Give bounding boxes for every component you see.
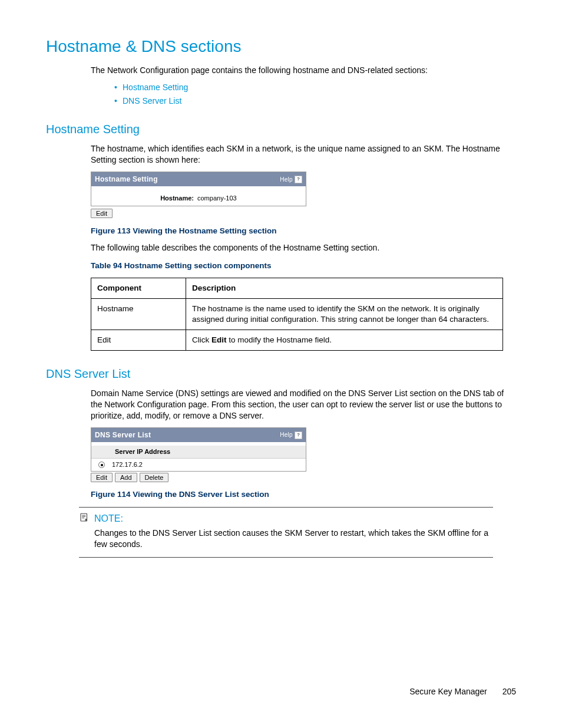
subsection-hostname-setting: Hostname Setting — [46, 121, 516, 137]
list-item: •Hostname Setting — [114, 82, 516, 93]
delete-button[interactable]: Delete — [140, 473, 169, 482]
td-component: Edit — [91, 330, 186, 351]
hostname-value: company-103 — [197, 194, 237, 203]
link-hostname-setting[interactable]: Hostname Setting — [123, 83, 188, 92]
help-icon: ? — [295, 176, 302, 183]
edit-button[interactable]: Edit — [91, 473, 113, 482]
subsection-dns-server-list: DNS Server List — [46, 366, 516, 382]
intro-paragraph: The Network Configuration page contains … — [91, 65, 516, 76]
page-title: Hostname & DNS sections — [46, 35, 516, 58]
help-label: Help — [280, 431, 293, 439]
add-button[interactable]: Add — [115, 473, 137, 482]
td-description: Click Edit to modify the Hostname field. — [186, 330, 503, 351]
footer-doc-title: Secure Key Manager — [409, 687, 487, 696]
edit-button[interactable]: Edit — [91, 209, 113, 218]
panel-header: Hostname Setting Help ? — [91, 172, 306, 186]
radio-selected-icon[interactable] — [98, 462, 105, 468]
list-item: •DNS Server List — [114, 95, 516, 107]
page-footer: Secure Key Manager 205 — [409, 686, 516, 697]
td-component: Hostname — [91, 298, 186, 330]
help-link[interactable]: Help ? — [280, 176, 302, 184]
table-header-row: Component Description — [91, 278, 503, 298]
figure-114-caption: Figure 114 Viewing the DNS Server List s… — [91, 489, 516, 500]
help-label: Help — [280, 176, 293, 184]
panel-header: DNS Server List Help ? — [91, 428, 306, 442]
hostname-components-table: Component Description Hostname The hostn… — [91, 278, 503, 351]
table-row: Hostname The hostname is the name used t… — [91, 298, 503, 330]
dns-column-header: Server IP Address — [91, 446, 306, 459]
note-block: NOTE: Changes to the DNS Server List sec… — [79, 512, 516, 549]
dns-para: Domain Name Service (DNS) settings are v… — [91, 388, 516, 421]
table-94-caption: Table 94 Hostname Setting section compon… — [91, 261, 516, 271]
th-component: Component — [91, 278, 186, 298]
help-icon: ? — [295, 431, 302, 439]
panel-title: Hostname Setting — [95, 174, 158, 184]
note-text: Changes to the DNS Server List section c… — [94, 528, 495, 550]
td-description: The hostname is the name used to identif… — [186, 298, 503, 330]
note-rule-bottom — [79, 557, 493, 558]
hostname-para: The hostname, which identifies each SKM … — [91, 143, 516, 166]
th-description: Description — [186, 278, 503, 298]
link-dns-server-list[interactable]: DNS Server List — [123, 96, 181, 106]
dns-server-ip: 172.17.6.2 — [112, 460, 143, 469]
dns-server-list-panel: DNS Server List Help ? Server IP Address… — [91, 427, 306, 472]
note-label: NOTE: — [94, 512, 495, 525]
intro-bullet-list: •Hostname Setting •DNS Server List — [91, 82, 516, 107]
table-row: Edit Click Edit to modify the Hostname f… — [91, 330, 503, 351]
hostname-setting-panel: Hostname Setting Help ? Hostname: compan… — [91, 172, 306, 206]
figure-113-caption: Figure 113 Viewing the Hostname Setting … — [91, 226, 516, 236]
note-rule-top — [79, 507, 493, 508]
hostname-label: Hostname: — [94, 194, 197, 203]
dns-server-row[interactable]: 172.17.6.2 — [91, 459, 306, 471]
note-icon — [79, 512, 90, 523]
hostname-row: Hostname: company-103 — [94, 192, 303, 205]
help-link[interactable]: Help ? — [280, 431, 302, 439]
hostname-para2: The following table describes the compon… — [91, 242, 516, 253]
footer-page-number: 205 — [503, 687, 516, 696]
panel-title: DNS Server List — [95, 430, 151, 440]
